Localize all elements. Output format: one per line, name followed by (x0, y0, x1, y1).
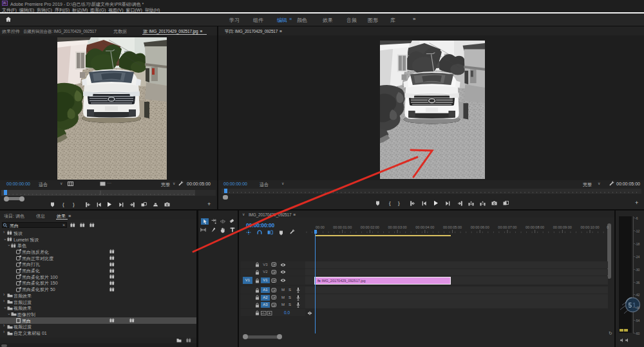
svg-text:00:00:05:00: 00:00:05:00 (443, 225, 462, 229)
svg-text:00:00:03:00: 00:00:03:00 (388, 225, 407, 229)
svg-text:00:00:01:00: 00:00:01:00 (333, 225, 352, 229)
svg-text:00:00:09:00: 00:00:09:00 (553, 225, 572, 229)
svg-text:0: 0 (607, 225, 609, 229)
svg-text:00:00:08:00: 00:00:08:00 (526, 225, 544, 229)
svg-text:00:00:02:00: 00:00:02:00 (361, 225, 379, 229)
svg-text:5: 5 (629, 302, 632, 309)
svg-text:00:00:06:00: 00:00:06:00 (471, 225, 489, 229)
svg-text:00:00:04:00: 00:00:04:00 (415, 225, 434, 229)
svg-text:00:00:07:00: 00:00:07:00 (498, 225, 516, 229)
svg-text:00:00: 00:00 (316, 225, 325, 229)
svg-text:00:00:10:00: 00:00:10:00 (580, 225, 599, 229)
